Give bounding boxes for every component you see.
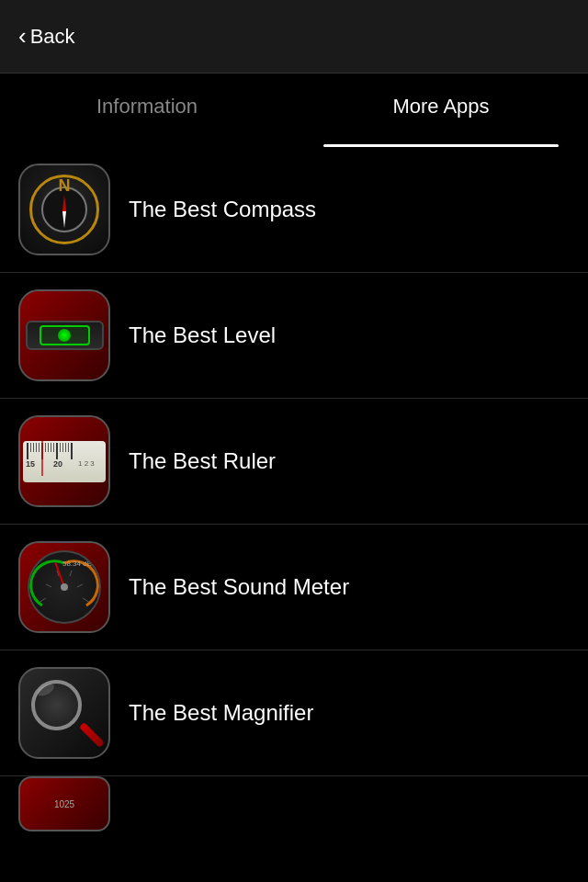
magnifier-handle — [79, 722, 105, 748]
magnifier-icon — [18, 667, 110, 759]
sound-db-label: 58.34 dB — [62, 560, 92, 568]
app-name: The Best Magnifier — [129, 700, 313, 726]
tab-information-label: Information — [96, 95, 198, 119]
list-item[interactable]: 15 20 1 2 3 The Best Ruler — [0, 399, 588, 525]
list-item[interactable]: The Best Compass — [0, 147, 588, 273]
compass-needle — [62, 195, 66, 228]
app-name: The Best Level — [129, 322, 276, 348]
ruler-body: 15 20 1 2 3 — [23, 441, 106, 482]
app-name: The Best Ruler — [129, 448, 276, 474]
tab-more-apps[interactable]: More Apps — [294, 74, 588, 147]
back-button[interactable]: ‹ Back — [18, 25, 75, 49]
svg-line-1 — [46, 584, 51, 587]
back-chevron-icon: ‹ — [18, 24, 27, 48]
level-bubble — [58, 329, 71, 342]
list-item[interactable]: The Best Magnifier — [0, 650, 588, 776]
level-bubble-container — [40, 325, 90, 345]
tab-bar: Information More Apps — [0, 74, 588, 147]
back-label: Back — [30, 25, 75, 49]
list-item[interactable]: The Best Level — [0, 273, 588, 399]
app-name: The Best Compass — [129, 197, 316, 222]
compass-needle-south — [62, 211, 66, 228]
compass-inner — [41, 187, 87, 232]
compass-icon — [18, 164, 110, 255]
magnifier-lens — [31, 680, 82, 730]
svg-line-3 — [70, 571, 72, 576]
sound-center-pivot — [61, 583, 68, 591]
tab-active-indicator — [323, 144, 559, 147]
level-body — [26, 321, 104, 350]
list-item[interactable]: 1025 — [0, 776, 588, 831]
tab-information[interactable]: Information — [0, 74, 294, 147]
partial-icon-text: 1025 — [54, 799, 74, 809]
compass-needle-north — [62, 195, 66, 211]
tab-more-apps-label: More Apps — [392, 95, 489, 119]
ruler-icon: 15 20 1 2 3 — [18, 415, 110, 507]
app-name: The Best Sound Meter — [129, 574, 349, 600]
svg-line-4 — [77, 584, 83, 587]
partial-icon: 1025 — [18, 776, 110, 831]
sound-meter-face: 58.34 dB — [28, 550, 101, 624]
sound-meter-icon: 58.34 dB — [18, 541, 110, 633]
nav-bar: ‹ Back — [0, 0, 588, 74]
list-item[interactable]: 58.34 dB The Best Sound Meter — [0, 525, 588, 650]
level-icon — [18, 289, 110, 381]
app-list: The Best Compass The Best Level — [0, 147, 588, 831]
